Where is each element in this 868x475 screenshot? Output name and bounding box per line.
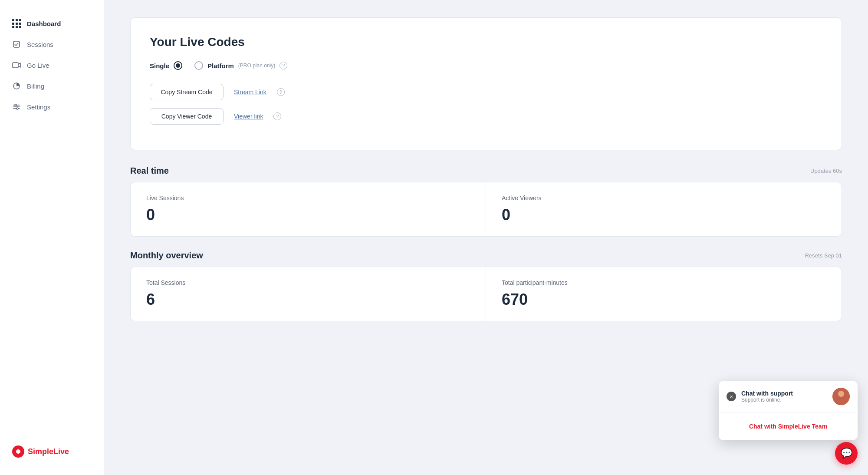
stream-link-help-icon[interactable]: ? [277,88,285,96]
grid-icon [12,19,21,28]
svg-rect-1 [13,63,18,68]
chat-title: Chat with support [741,390,827,397]
platform-help-icon[interactable]: ? [279,62,287,69]
monthly-title: Monthly overview [130,251,203,261]
single-radio-option[interactable]: Single [150,61,182,70]
total-sessions-cell: Total Sessions 6 [131,267,486,321]
svg-point-7 [16,108,18,109]
chat-status: Support is online. [741,397,827,403]
viewer-link[interactable]: Viewer link [234,113,263,120]
sidebar-item-billing-label: Billing [27,82,44,90]
live-sessions-label: Live Sessions [146,195,470,201]
platform-label: Platform [207,62,234,69]
sidebar-item-dashboard-label: Dashboard [27,20,61,27]
total-minutes-cell: Total participant-minutes 670 [486,267,842,321]
svg-rect-0 [13,41,20,47]
chat-avatar [832,388,850,405]
active-viewers-label: Active Viewers [502,195,826,201]
chat-header: × Chat with support Support is online. [719,381,858,412]
sidebar: Dashboard Sessions Go Live [0,0,104,475]
total-minutes-label: Total participant-minutes [502,279,826,286]
platform-radio-circle[interactable] [194,61,203,70]
realtime-updates-label: Updates 60s [810,168,842,174]
stream-code-row: Copy Stream Code Stream Link ? [150,84,822,100]
chat-close-button[interactable]: × [727,392,736,401]
logo: SimpleLive [0,439,104,465]
logo-text: SimpleLive [28,447,69,456]
copy-stream-button[interactable]: Copy Stream Code [150,84,224,100]
sidebar-item-sessions[interactable]: Sessions [5,35,99,54]
monthly-section-header: Monthly overview Resets Sep 01 [130,251,842,261]
logo-icon [12,445,24,458]
sidebar-item-billing[interactable]: Billing [5,76,99,96]
realtime-section-header: Real time Updates 60s [130,166,842,176]
monthly-stats-grid: Total Sessions 6 Total participant-minut… [130,267,842,321]
total-sessions-value: 6 [146,290,470,309]
chat-fab-icon: 💬 [841,448,852,459]
chat-widget: × Chat with support Support is online. C… [719,381,858,440]
monthly-resets-label: Resets Sep 01 [805,252,842,259]
pie-icon [12,82,21,90]
sidebar-item-sessions-label: Sessions [27,41,53,48]
check-icon [12,40,21,49]
active-viewers-cell: Active Viewers 0 [486,182,842,236]
total-minutes-value: 670 [502,290,826,309]
stream-link[interactable]: Stream Link [234,89,266,96]
live-codes-title: Your Live Codes [150,35,822,49]
single-radio-circle[interactable] [174,61,182,70]
single-label: Single [150,62,169,69]
sidebar-nav: Dashboard Sessions Go Live [0,14,104,439]
settings-icon [12,102,21,111]
realtime-title: Real time [130,166,169,176]
pro-only-label: (PRO plan only) [238,63,275,69]
chat-fab-button[interactable]: 💬 [835,442,858,465]
svg-point-6 [15,104,16,106]
chat-cta-button[interactable]: Chat with SimpleLive Team [727,419,850,433]
sidebar-item-settings[interactable]: Settings [5,97,99,116]
live-sessions-cell: Live Sessions 0 [131,182,486,236]
chat-info: Chat with support Support is online. [741,390,827,403]
viewer-link-help-icon[interactable]: ? [273,112,281,120]
sidebar-item-golive[interactable]: Go Live [5,56,99,75]
camera-icon [12,61,21,69]
code-type-radio-group: Single Platform (PRO plan only) ? [150,61,822,70]
total-sessions-label: Total Sessions [146,279,470,286]
copy-viewer-button[interactable]: Copy Viewer Code [150,108,224,125]
platform-radio-option[interactable]: Platform (PRO plan only) ? [194,61,287,70]
sidebar-item-dashboard[interactable]: Dashboard [5,14,99,33]
active-viewers-value: 0 [502,206,826,224]
realtime-stats-grid: Live Sessions 0 Active Viewers 0 [130,182,842,237]
svg-point-9 [838,391,844,397]
sidebar-item-settings-label: Settings [27,103,50,111]
live-codes-card: Your Live Codes Single Platform (PRO pla… [130,17,842,150]
live-sessions-value: 0 [146,206,470,224]
chat-cta: Chat with SimpleLive Team [719,412,858,440]
sidebar-item-golive-label: Go Live [27,62,49,69]
viewer-code-row: Copy Viewer Code Viewer link ? [150,108,822,125]
